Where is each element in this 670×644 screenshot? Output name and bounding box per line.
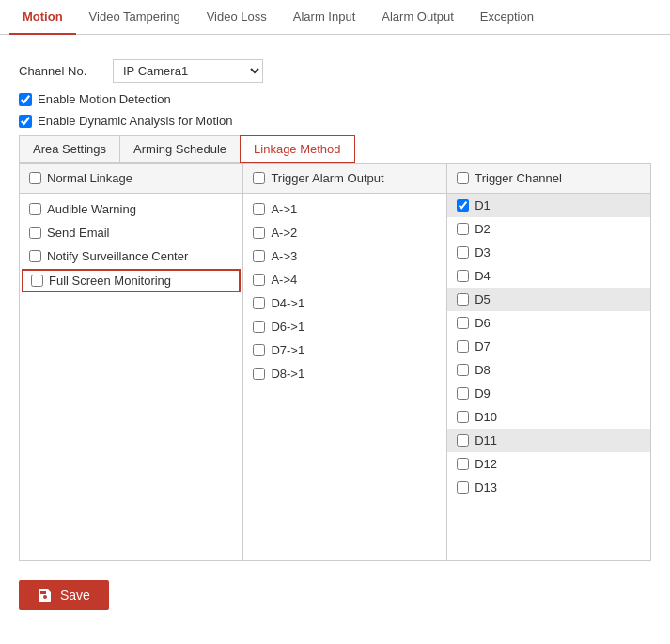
channel-d12-checkbox[interactable] bbox=[457, 458, 469, 470]
channel-d10-checkbox[interactable] bbox=[457, 411, 469, 423]
main-content: Channel No. IP Camera1IP Camera2IP Camer… bbox=[0, 50, 670, 620]
channel-d12-label: D12 bbox=[475, 457, 497, 471]
enable-dynamic-label: Enable Dynamic Analysis for Motion bbox=[38, 114, 232, 128]
list-item: A->2 bbox=[243, 221, 446, 244]
channel-d9-label: D9 bbox=[475, 386, 491, 401]
enable-dynamic-checkbox[interactable] bbox=[19, 115, 32, 128]
list-item: D5 bbox=[447, 288, 650, 311]
linkage-table: Normal Linkage Audible Warning Send Emai… bbox=[19, 163, 651, 561]
channel-label: Channel No. bbox=[19, 64, 113, 78]
channel-d2-label: D2 bbox=[475, 222, 491, 236]
tab-video-tampering[interactable]: Video Tampering bbox=[76, 0, 194, 35]
enable-dynamic-row: Enable Dynamic Analysis for Motion bbox=[19, 114, 651, 128]
list-item: D4->1 bbox=[243, 291, 446, 315]
full-screen-monitoring-label: Full Screen Monitoring bbox=[49, 274, 171, 288]
channel-d3-checkbox[interactable] bbox=[457, 246, 469, 259]
audible-warning-label: Audible Warning bbox=[47, 202, 136, 216]
alarm-d61-checkbox[interactable] bbox=[253, 321, 265, 333]
list-item: D9 bbox=[447, 382, 650, 405]
channel-d7-checkbox[interactable] bbox=[457, 340, 469, 353]
list-item: Notify Surveillance Center bbox=[20, 244, 242, 268]
tab-alarm-input[interactable]: Alarm Input bbox=[280, 0, 368, 35]
trigger-alarm-body: A->1 A->2 A->3 A->4 D4->1 bbox=[243, 194, 446, 389]
channel-d1-checkbox[interactable] bbox=[457, 199, 469, 212]
sub-tab-area-settings[interactable]: Area Settings bbox=[19, 135, 120, 163]
send-email-label: Send Email bbox=[47, 226, 109, 240]
alarm-d61-label: D6->1 bbox=[271, 320, 304, 334]
save-label: Save bbox=[60, 588, 90, 603]
alarm-d81-checkbox[interactable] bbox=[253, 368, 265, 380]
channel-d11-checkbox[interactable] bbox=[457, 434, 469, 447]
trigger-channel-col: Trigger Channel D1 D2 D3 D4 bbox=[447, 164, 650, 560]
alarm-a3-checkbox[interactable] bbox=[253, 250, 265, 262]
trigger-alarm-title: Trigger Alarm Output bbox=[271, 171, 383, 185]
trigger-alarm-header-checkbox[interactable] bbox=[253, 172, 265, 184]
sub-tab-linkage-method[interactable]: Linkage Method bbox=[240, 135, 355, 163]
tab-motion[interactable]: Motion bbox=[9, 0, 76, 35]
save-button[interactable]: Save bbox=[19, 580, 109, 610]
channel-row: Channel No. IP Camera1IP Camera2IP Camer… bbox=[19, 59, 651, 83]
list-item: D8 bbox=[447, 358, 650, 382]
alarm-a3-label: A->3 bbox=[271, 249, 297, 263]
channel-d9-checkbox[interactable] bbox=[457, 387, 469, 400]
tab-video-loss[interactable]: Video Loss bbox=[194, 0, 280, 35]
trigger-channel-header-checkbox[interactable] bbox=[457, 172, 469, 184]
send-email-checkbox[interactable] bbox=[29, 227, 41, 239]
trigger-channel-title: Trigger Channel bbox=[475, 171, 562, 185]
trigger-alarm-col: Trigger Alarm Output A->1 A->2 A->3 A-> bbox=[243, 164, 447, 560]
tab-alarm-output[interactable]: Alarm Output bbox=[368, 0, 467, 35]
audible-warning-checkbox[interactable] bbox=[29, 203, 41, 215]
list-item: D11 bbox=[447, 429, 650, 452]
list-item: Audible Warning bbox=[20, 197, 242, 221]
channel-d6-label: D6 bbox=[475, 316, 491, 330]
trigger-channel-body[interactable]: D1 D2 D3 D4 D5 bbox=[447, 194, 650, 560]
channel-d5-checkbox[interactable] bbox=[457, 293, 469, 306]
alarm-d71-checkbox[interactable] bbox=[253, 344, 265, 356]
channel-d8-checkbox[interactable] bbox=[457, 364, 469, 376]
sub-tab-arming-schedule[interactable]: Arming Schedule bbox=[119, 135, 241, 163]
list-item: D7->1 bbox=[243, 338, 446, 362]
normal-linkage-col: Normal Linkage Audible Warning Send Emai… bbox=[20, 164, 243, 560]
alarm-a1-label: A->1 bbox=[271, 202, 297, 216]
channel-select[interactable]: IP Camera1IP Camera2IP Camera3 bbox=[113, 59, 263, 83]
full-screen-monitoring-item: Full Screen Monitoring bbox=[22, 269, 241, 292]
channel-d11-label: D11 bbox=[475, 433, 497, 448]
list-item: D13 bbox=[447, 476, 650, 499]
save-icon bbox=[38, 588, 53, 603]
list-item: Send Email bbox=[20, 221, 242, 244]
channel-d6-checkbox[interactable] bbox=[457, 317, 469, 329]
alarm-d71-label: D7->1 bbox=[271, 343, 304, 357]
channel-d5-label: D5 bbox=[475, 292, 491, 306]
channel-d8-label: D8 bbox=[475, 363, 491, 377]
channel-d2-checkbox[interactable] bbox=[457, 223, 469, 235]
alarm-d41-label: D4->1 bbox=[271, 296, 304, 310]
alarm-a4-label: A->4 bbox=[271, 273, 297, 287]
list-item: D12 bbox=[447, 452, 650, 476]
enable-motion-row: Enable Motion Detection bbox=[19, 92, 651, 106]
list-item: D4 bbox=[447, 264, 650, 288]
normal-linkage-header-checkbox[interactable] bbox=[29, 172, 41, 184]
channel-d10-label: D10 bbox=[475, 410, 497, 424]
normal-linkage-body: Audible Warning Send Email Notify Survei… bbox=[20, 194, 242, 297]
alarm-a4-checkbox[interactable] bbox=[253, 274, 265, 286]
enable-motion-checkbox[interactable] bbox=[19, 93, 32, 106]
alarm-a2-checkbox[interactable] bbox=[253, 227, 265, 239]
sub-tabs: Area SettingsArming ScheduleLinkage Meth… bbox=[19, 135, 651, 163]
normal-linkage-header: Normal Linkage bbox=[20, 164, 242, 194]
alarm-d41-checkbox[interactable] bbox=[253, 297, 265, 309]
channel-d7-label: D7 bbox=[475, 339, 491, 353]
full-screen-monitoring-checkbox[interactable] bbox=[31, 275, 43, 287]
main-tabs: MotionVideo TamperingVideo LossAlarm Inp… bbox=[0, 0, 670, 35]
channel-d4-checkbox[interactable] bbox=[457, 270, 469, 282]
list-item: A->1 bbox=[243, 197, 446, 221]
alarm-a1-checkbox[interactable] bbox=[253, 203, 265, 215]
list-item: D6->1 bbox=[243, 315, 446, 338]
tab-exception[interactable]: Exception bbox=[467, 0, 547, 35]
list-item: A->3 bbox=[243, 244, 446, 268]
channel-d4-label: D4 bbox=[475, 269, 491, 283]
channel-d13-checkbox[interactable] bbox=[457, 481, 469, 494]
channel-d3-label: D3 bbox=[475, 245, 491, 259]
notify-surveillance-checkbox[interactable] bbox=[29, 250, 41, 262]
channel-d13-label: D13 bbox=[475, 480, 497, 495]
list-item: D3 bbox=[447, 241, 650, 264]
